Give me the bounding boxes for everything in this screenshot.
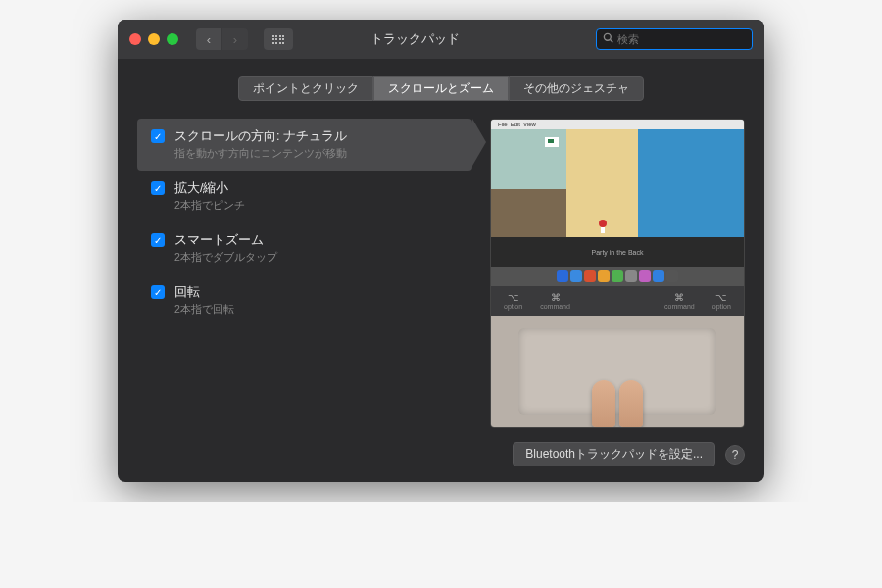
option-subtitle: 2本指で回転 xyxy=(174,303,234,317)
chevron-right-icon: › xyxy=(233,32,237,47)
tab-more-gestures[interactable]: その他のジェスチャ xyxy=(509,76,644,101)
preview-trackpad xyxy=(491,316,744,427)
option-rotate[interactable]: ✓ 回転 2本指で回転 xyxy=(137,274,472,326)
search-input[interactable] xyxy=(617,33,753,45)
help-button[interactable]: ? xyxy=(725,445,745,465)
tab-scroll-zoom[interactable]: スクロールとズーム xyxy=(373,76,509,101)
preview-caption: Party in the Back xyxy=(491,237,744,267)
checkbox-rotate[interactable]: ✓ xyxy=(151,285,165,299)
search-box[interactable] xyxy=(596,28,753,50)
finger-icon xyxy=(592,380,615,427)
preview-menubar: FileEditView xyxy=(491,120,744,129)
gesture-preview: FileEditView Party in the Back xyxy=(490,119,745,428)
option-subtitle: 指を動かす方向にコンテンツが移動 xyxy=(174,147,347,161)
search-icon xyxy=(603,32,613,46)
option-text: 拡大/縮小 2本指でピンチ xyxy=(174,180,245,213)
tab-bar: ポイントとクリック スクロールとズーム その他のジェスチャ xyxy=(137,76,745,101)
preview-screen: FileEditView Party in the Back xyxy=(491,120,744,286)
zoom-window-button[interactable] xyxy=(167,33,178,45)
minimize-window-button[interactable] xyxy=(148,33,160,45)
back-button[interactable]: ‹ xyxy=(196,28,221,50)
option-title: 回転 xyxy=(174,284,234,301)
preview-fingers xyxy=(592,380,643,427)
option-zoom[interactable]: ✓ 拡大/縮小 2本指でピンチ xyxy=(137,171,472,222)
traffic-lights xyxy=(129,33,178,45)
titlebar: ‹ › トラックパッド xyxy=(118,20,764,59)
footer: Bluetoothトラックパッドを設定... ? xyxy=(137,442,745,466)
option-title: スクロールの方向: ナチュラル xyxy=(174,128,347,145)
options-list: ✓ スクロールの方向: ナチュラル 指を動かす方向にコンテンツが移動 ✓ 拡大/… xyxy=(137,119,472,428)
checkbox-smart-zoom[interactable]: ✓ xyxy=(151,233,165,247)
preview-dock xyxy=(491,267,744,286)
checkbox-scroll-direction[interactable]: ✓ xyxy=(151,129,165,143)
preview-browser-content xyxy=(491,129,744,237)
bluetooth-setup-button[interactable]: Bluetoothトラックパッドを設定... xyxy=(513,442,715,466)
svg-line-1 xyxy=(611,40,613,43)
option-subtitle: 2本指でピンチ xyxy=(174,199,245,213)
option-title: スマートズーム xyxy=(174,232,277,249)
tab-point-click[interactable]: ポイントとクリック xyxy=(238,76,373,101)
window-title: トラックパッド xyxy=(242,30,588,48)
finger-icon xyxy=(619,380,643,427)
close-window-button[interactable] xyxy=(129,33,141,45)
option-subtitle: 2本指でダブルタップ xyxy=(174,251,277,265)
checkbox-zoom[interactable]: ✓ xyxy=(151,181,165,195)
option-scroll-direction[interactable]: ✓ スクロールの方向: ナチュラル 指を動かす方向にコンテンツが移動 xyxy=(137,119,472,171)
nav-buttons: ‹ › xyxy=(196,28,248,50)
option-text: スマートズーム 2本指でダブルタップ xyxy=(174,232,277,265)
svg-point-0 xyxy=(604,33,611,40)
option-title: 拡大/縮小 xyxy=(174,180,245,197)
chevron-left-icon: ‹ xyxy=(207,32,211,47)
option-smart-zoom[interactable]: ✓ スマートズーム 2本指でダブルタップ xyxy=(137,222,472,274)
content-area: ポイントとクリック スクロールとズーム その他のジェスチャ ✓ スクロールの方向… xyxy=(118,59,764,482)
option-text: 回転 2本指で回転 xyxy=(174,284,234,317)
preferences-window: ‹ › トラックパッド ポイントとクリック スクロールとズーム その他のジェスチ… xyxy=(118,20,764,482)
main-area: ✓ スクロールの方向: ナチュラル 指を動かす方向にコンテンツが移動 ✓ 拡大/… xyxy=(137,119,745,428)
preview-keyboard: ⌥option ⌘command ⌘command ⌥option xyxy=(491,286,744,316)
option-text: スクロールの方向: ナチュラル 指を動かす方向にコンテンツが移動 xyxy=(174,128,347,161)
